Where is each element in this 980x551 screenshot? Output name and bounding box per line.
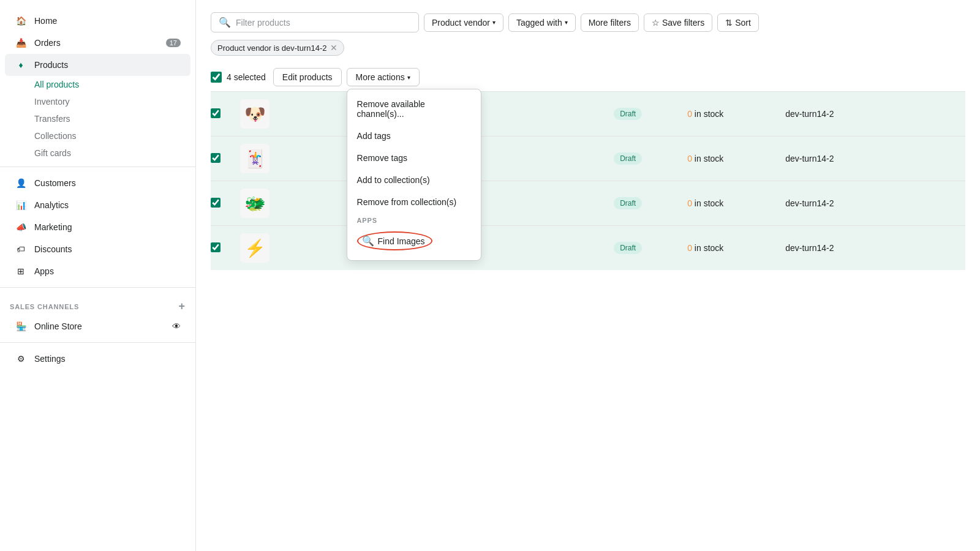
selected-count-label: 4 selected — [227, 72, 266, 82]
product-status-cell: Draft — [609, 181, 682, 226]
dropdown-item-remove-collection[interactable]: Remove from collection(s) — [347, 191, 481, 213]
status-badge-3: Draft — [614, 197, 642, 209]
product-thumb-cell: 🃏 — [235, 137, 360, 181]
row-checkbox-2[interactable] — [211, 153, 221, 163]
filter-tag-close-icon[interactable]: ✕ — [330, 43, 337, 53]
sidebar-item-analytics[interactable]: 📊 Analytics — [5, 194, 190, 216]
stock-count-2: 0 — [687, 154, 692, 163]
stock-count-1: 0 — [687, 109, 692, 119]
row-checkbox-4[interactable] — [211, 242, 221, 252]
sidebar-item-discounts[interactable]: 🏷 Discounts — [5, 238, 190, 260]
sidebar-item-discounts-label: Discounts — [34, 244, 72, 254]
sidebar-item-settings[interactable]: ⚙ Settings — [5, 348, 190, 370]
gift-cards-label: Gift cards — [34, 148, 71, 158]
product-stock-cell: 0 in stock — [682, 226, 780, 271]
sidebar-item-home[interactable]: 🏠 Home — [5, 10, 190, 32]
product-vendor-label: Product vendor — [432, 18, 490, 28]
sidebar-item-online-store[interactable]: 🏪 Online Store 👁 — [5, 315, 190, 337]
vendor-3: dev-turn14-2 — [785, 198, 834, 208]
sales-channels-label: SALES CHANNELS — [10, 303, 79, 310]
sidebar-item-apps[interactable]: ⊞ Apps — [5, 260, 190, 282]
sidebar-sub-gift-cards[interactable]: Gift cards — [5, 144, 190, 162]
dropdown-item-remove-channels[interactable]: Remove available channel(s)... — [347, 93, 481, 125]
table-row: 🃏 Pokemon Draft 0 in stock dev-turn14-2 — [211, 137, 965, 181]
stock-count-4: 0 — [687, 243, 692, 253]
all-products-label: All products — [34, 80, 79, 89]
sales-channels-header: SALES CHANNELS + — [0, 293, 195, 315]
table-row: 🐶 Paw Patr Draft 0 in stock dev-turn14-2 — [211, 92, 965, 137]
product-stock-cell: 0 in stock — [682, 181, 780, 226]
dropdown-item-remove-tags[interactable]: Remove tags — [347, 147, 481, 169]
product-thumb-cell: ⚡ — [235, 226, 360, 271]
stock-label-2: in stock — [695, 154, 723, 163]
more-filters-btn[interactable]: More filters — [581, 13, 639, 32]
save-filters-btn[interactable]: ☆ Save filters — [644, 13, 712, 32]
bulk-select-checkbox[interactable] — [211, 72, 222, 83]
find-images-circle: 🔍 Find Images — [357, 231, 432, 250]
sidebar-item-marketing[interactable]: 📣 Marketing — [5, 216, 190, 238]
online-store-label: Online Store — [34, 321, 82, 331]
edit-products-btn[interactable]: Edit products — [273, 68, 342, 86]
sidebar-item-analytics-label: Analytics — [34, 200, 69, 210]
sort-label: Sort — [735, 18, 751, 28]
product-vendor-filter-btn[interactable]: Product vendor ▾ — [424, 13, 503, 32]
product-stock-cell: 0 in stock — [682, 92, 780, 137]
home-icon: 🏠 — [15, 15, 27, 27]
product-stock-cell: 0 in stock — [682, 137, 780, 181]
product-thumb-4: ⚡ — [240, 233, 270, 263]
vendor-4: dev-turn14-2 — [785, 243, 834, 253]
product-vendor-cell: dev-turn14-2 — [780, 226, 965, 271]
sort-btn[interactable]: ⇅ Sort — [717, 13, 759, 32]
sidebar: 🏠 Home 📥 Orders 17 ♦ Products All produc… — [0, 0, 196, 551]
product-thumb-cell: 🐲 — [235, 181, 360, 226]
filter-tags: Product vendor is dev-turn14-2 ✕ — [211, 40, 965, 56]
apps-icon: ⊞ — [15, 265, 27, 277]
dropdown-item-add-collection[interactable]: Add to collection(s) — [347, 169, 481, 191]
stock-label-3: in stock — [695, 198, 723, 208]
row-checkbox-cell — [211, 137, 235, 181]
more-actions-container: More actions ▾ Remove available channel(… — [347, 68, 420, 86]
sidebar-sub-inventory[interactable]: Inventory — [5, 93, 190, 110]
add-sales-channel-icon[interactable]: + — [179, 300, 186, 313]
dropdown-item-find-images[interactable]: 🔍 Find Images — [347, 225, 481, 257]
sidebar-item-customers-label: Customers — [34, 178, 76, 188]
collections-label: Collections — [34, 131, 76, 141]
sidebar-item-customers[interactable]: 👤 Customers — [5, 172, 190, 194]
more-actions-btn[interactable]: More actions ▾ — [347, 68, 420, 86]
orders-badge: 17 — [166, 39, 181, 47]
inventory-label: Inventory — [34, 97, 70, 107]
table-row: ⚡ Pokemon Pikachu Draft 0 in stock dev-t… — [211, 226, 965, 271]
find-images-label: Find Images — [378, 236, 425, 246]
sidebar-item-orders[interactable]: 📥 Orders 17 — [5, 32, 190, 54]
sidebar-item-marketing-label: Marketing — [34, 222, 72, 232]
product-thumb-3: 🐲 — [240, 189, 270, 218]
find-images-search-icon: 🔍 — [362, 235, 374, 247]
more-actions-dropdown: Remove available channel(s)... Add tags … — [347, 89, 481, 261]
search-icon: 🔍 — [219, 17, 231, 28]
row-checkbox-3[interactable] — [211, 198, 221, 208]
online-store-visibility-icon[interactable]: 👁 — [172, 321, 181, 331]
product-vendor-cell: dev-turn14-2 — [780, 181, 965, 226]
sidebar-sub-all-products[interactable]: All products — [5, 76, 190, 93]
row-checkbox-1[interactable] — [211, 108, 221, 118]
save-filters-label: Save filters — [662, 18, 704, 28]
more-actions-chevron-icon: ▾ — [407, 74, 410, 81]
sidebar-sub-transfers[interactable]: Transfers — [5, 110, 190, 127]
add-collection-label: Add to collection(s) — [357, 175, 430, 185]
sidebar-sub-collections[interactable]: Collections — [5, 127, 190, 144]
marketing-icon: 📣 — [15, 221, 27, 233]
remove-channels-label: Remove available channel(s)... — [357, 99, 471, 119]
search-input[interactable] — [236, 18, 411, 28]
edit-products-label: Edit products — [282, 72, 333, 82]
main-content: 🔍 Product vendor ▾ Tagged with ▾ More fi… — [196, 0, 980, 551]
toolbar: 🔍 Product vendor ▾ Tagged with ▾ More fi… — [211, 12, 965, 32]
dropdown-item-add-tags[interactable]: Add tags — [347, 125, 481, 147]
active-filter-tag: Product vendor is dev-turn14-2 ✕ — [211, 40, 344, 56]
status-badge-4: Draft — [614, 242, 642, 254]
product-vendor-chevron-icon: ▾ — [492, 19, 496, 26]
sidebar-item-products[interactable]: ♦ Products — [5, 54, 190, 76]
product-thumb-2: 🃏 — [240, 144, 270, 173]
product-vendor-cell: dev-turn14-2 — [780, 137, 965, 181]
search-box[interactable]: 🔍 — [211, 12, 419, 32]
tagged-with-filter-btn[interactable]: Tagged with ▾ — [508, 13, 576, 32]
